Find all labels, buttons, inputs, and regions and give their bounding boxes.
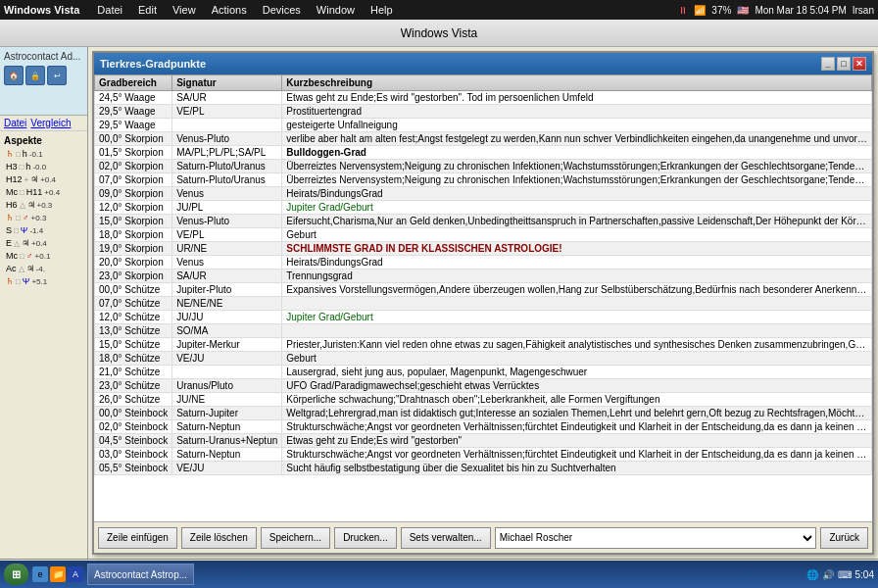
sidebar-section: Aspekte ♄□h-0.1 H3□h-0.0 H12+♃+0.4 Mc□H1… (0, 131, 87, 291)
sets-button[interactable]: Sets verwalten... (401, 527, 491, 549)
maximize-button[interactable]: □ (837, 57, 851, 71)
table-row[interactable]: 26,0° SchützeJU/NEKörperliche schwachung… (95, 393, 872, 407)
back-button[interactable]: Zurück (820, 527, 868, 549)
taskbar-icon-ie[interactable]: e (32, 566, 48, 582)
list-item[interactable]: ♄□♂+0.3 (4, 212, 83, 223)
table-row[interactable]: 03,0° SteinbockSaturn-NeptunStrukturschw… (95, 448, 872, 462)
sidebar-menu-compare[interactable]: Vergleich (30, 118, 71, 128)
table-row[interactable]: 00,0° SchützeJupiter-PlutoExpansives Vor… (95, 283, 872, 297)
cell-gradbereich: 04,5° Steinbock (95, 434, 172, 448)
menu-view[interactable]: View (165, 0, 204, 20)
table-row[interactable]: 04,5° SteinbockSaturn-Uranus+NeptunEtwas… (95, 434, 872, 448)
data-table-container[interactable]: Gradbereich Signatur Kurzbeschreibung 24… (94, 74, 872, 521)
table-row[interactable]: 12,0° SchützeJU/JUJupiter Grad/Geburt (95, 311, 872, 324)
list-item[interactable]: Ac△♃-4. (4, 263, 83, 274)
cell-beschreibung: Strukturschwäche;Angst vor geordneten Ve… (282, 448, 872, 462)
taskbar: ⊞ e 📁 A Astrocontact Astrop... 🌐 🔊 ⌨ 5:0… (0, 561, 878, 588)
cell-gradbereich: 02,0° Steinbock (95, 420, 172, 434)
table-row[interactable]: 01,5° SkorpionMA/PL;PL/PL;SA/PLBulldogge… (95, 146, 872, 160)
cell-signatur: VE/PL (172, 105, 282, 119)
table-row[interactable]: 20,0° SkorpionVenusHeirats/BindungsGrad (95, 256, 872, 270)
cell-signatur: VE/JU (172, 352, 282, 366)
list-item[interactable]: H3□h-0.0 (4, 161, 83, 172)
table-row[interactable]: 15,0° SchützeJupiter-MerkurPriester,Juri… (95, 338, 872, 352)
list-item[interactable]: Mc□♂+0.1 (4, 250, 83, 262)
menu-help[interactable]: Help (363, 0, 401, 20)
cell-gradbereich: 23,0° Skorpion (95, 270, 172, 283)
cell-signatur: JU/JU (172, 311, 282, 324)
cell-signatur: VE/PL (172, 228, 282, 242)
person-select[interactable]: Michael Roscher (495, 527, 817, 549)
table-row[interactable]: 24,5° WaageSA/UREtwas geht zu Ende;Es wi… (95, 91, 872, 105)
cell-signatur (172, 366, 282, 379)
minimize-button[interactable]: _ (821, 57, 835, 71)
menu-devices[interactable]: Devices (255, 0, 309, 20)
list-item[interactable]: Mc□H11+0.4 (4, 186, 83, 198)
list-item[interactable]: S□Ψ-1.4 (4, 224, 83, 236)
table-row[interactable]: 00,0° SteinbockSaturn-JupiterWeltgrad;Le… (95, 407, 872, 420)
cell-beschreibung: Überreiztes Nervensystem;Neigung zu chro… (282, 173, 872, 187)
table-row[interactable]: 02,0° SteinbockSaturn-NeptunStrukturschw… (95, 420, 872, 434)
list-item[interactable]: H6△♃+0.3 (4, 199, 83, 211)
table-row[interactable]: 19,0° SkorpionUR/NESCHLIMMSTE GRAD IN DE… (95, 242, 872, 256)
table-row[interactable]: 29,5° Waagegesteigerte Unfallneigung (95, 119, 872, 132)
menu-file[interactable]: Datei (89, 0, 130, 20)
cell-beschreibung: Bulldoggen-Grad (282, 146, 872, 160)
cell-beschreibung: Expansives Vorstellungsvermögen,Andere ü… (282, 283, 872, 297)
menu-actions[interactable]: Actions (204, 0, 255, 20)
table-row[interactable]: 07,0° SchützeNE/NE/NE (95, 297, 872, 311)
list-item[interactable]: H12+♃+0.4 (4, 173, 83, 185)
list-item[interactable]: E△♃+0.4 (4, 237, 83, 249)
list-item[interactable]: ♄□h-0.1 (4, 148, 83, 160)
sidebar-icon-1[interactable]: 🏠 (4, 66, 24, 85)
table-row[interactable]: 21,0° SchützeLausergrad, sieht jung aus,… (95, 366, 872, 379)
cell-signatur: Venus (172, 187, 282, 201)
sidebar: Astrocontact Ad... 🏠 🔒 ↩ Datei Vergleich… (0, 47, 88, 559)
table-row[interactable]: 23,0° SkorpionSA/URTrennungsgrad (95, 270, 872, 283)
data-table: Gradbereich Signatur Kurzbeschreibung 24… (94, 74, 872, 475)
table-row[interactable]: 15,0° SkorpionVenus-PlutoEifersucht,Char… (95, 215, 872, 228)
print-button[interactable]: Drucken... (334, 527, 397, 549)
table-row[interactable]: 02,0° SkorpionSaturn-Pluto/UranusÜberrei… (95, 160, 872, 173)
cell-gradbereich: 02,0° Skorpion (95, 160, 172, 173)
sidebar-menu-file[interactable]: Datei (4, 118, 26, 128)
sidebar-icon-2[interactable]: 🔒 (25, 66, 45, 85)
cell-signatur: Venus-Pluto (172, 215, 282, 228)
table-row[interactable]: 00,0° SkorpionVenus-Plutoverlibe aber ha… (95, 132, 872, 146)
cell-gradbereich: 05,5° Steinbock (95, 462, 172, 475)
table-row[interactable]: 18,0° SchützeVE/JUGeburt (95, 352, 872, 366)
table-row[interactable]: 09,0° SkorpionVenusHeirats/BindungsGrad (95, 187, 872, 201)
table-row[interactable]: 23,0° SchützeUranus/PlutoUFO Grad/Paradi… (95, 379, 872, 393)
start-button[interactable]: ⊞ (4, 564, 28, 585)
cell-signatur: Saturn-Uranus+Neptun (172, 434, 282, 448)
close-button[interactable]: ✕ (853, 57, 866, 71)
table-row[interactable]: 29,5° WaageVE/PLProstituertengrad (95, 105, 872, 119)
save-button[interactable]: Speichern... (261, 527, 330, 549)
taskbar-icon-folder[interactable]: 📁 (50, 566, 66, 582)
inner-window-toolbar: Zeile einfügen Zeile löschen Speichern..… (94, 521, 872, 553)
table-row[interactable]: 18,0° SkorpionVE/PLGeburt (95, 228, 872, 242)
sidebar-icon-3[interactable]: ↩ (47, 66, 67, 85)
menu-edit[interactable]: Edit (130, 0, 165, 20)
menu-window[interactable]: Window (309, 0, 363, 20)
sidebar-app-header: Astrocontact Ad... 🏠 🔒 ↩ (0, 47, 87, 116)
tray-icon-2: 🔊 (822, 569, 834, 580)
table-row[interactable]: 13,0° SchützeSO/MA (95, 324, 872, 338)
table-row[interactable]: 07,0° SkorpionSaturn-Pluto/UranusÜberrei… (95, 173, 872, 187)
cell-beschreibung: Lausergrad, sieht jung aus, populaer, Ma… (282, 366, 872, 379)
cell-gradbereich: 29,5° Waage (95, 105, 172, 119)
cell-beschreibung: Geburt (282, 352, 872, 366)
add-row-button[interactable]: Zeile einfügen (98, 527, 177, 549)
list-item[interactable]: ♄□Ψ+5.1 (4, 275, 83, 287)
table-row[interactable]: 05,5° SteinbockVE/JUSucht häufig selbstb… (95, 462, 872, 475)
main-area: Astrocontact Ad... 🏠 🔒 ↩ Datei Vergleich… (0, 47, 878, 559)
taskbar-item-astrocontact[interactable]: Astrocontact Astrop... (87, 564, 194, 585)
pause-icon: ⏸ (678, 5, 688, 16)
cell-beschreibung: Priester,Juristen:Kann viel reden ohne e… (282, 338, 872, 352)
cell-signatur: UR/NE (172, 242, 282, 256)
delete-row-button[interactable]: Zeile löschen (181, 527, 257, 549)
taskbar-icon-app[interactable]: A (68, 566, 83, 582)
cell-gradbereich: 23,0° Schütze (95, 379, 172, 393)
table-row[interactable]: 12,0° SkorpionJU/PLJupiter Grad/Geburt (95, 201, 872, 215)
cell-gradbereich: 12,0° Schütze (95, 311, 172, 324)
